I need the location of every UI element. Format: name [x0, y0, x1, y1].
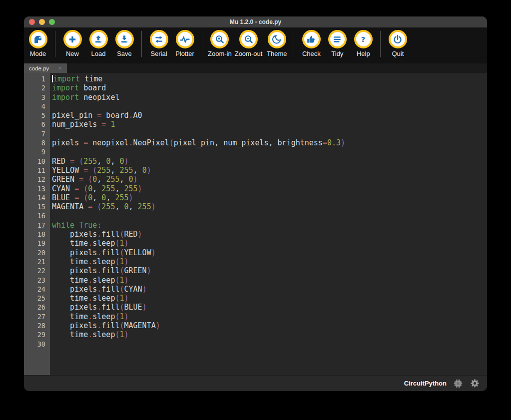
- code-line: [52, 340, 487, 349]
- toolbar-button-label: Help: [357, 50, 370, 57]
- line-number: 15: [24, 202, 50, 211]
- line-number-gutter: 1234567891011121314151617181920212223242…: [24, 73, 50, 375]
- toolbar-button-label: Mode: [30, 50, 46, 57]
- toolbar-button-label: New: [66, 50, 79, 57]
- line-number: 13: [24, 184, 50, 193]
- line-number: 27: [24, 312, 50, 321]
- code-line: [52, 129, 487, 138]
- toolbar-separator: [380, 31, 381, 57]
- code-line: pixels.fill(GREEN): [52, 266, 487, 275]
- status-bar: CircuitPython: [24, 375, 487, 391]
- zoom-button[interactable]: [49, 19, 55, 25]
- code-line: num_pixels = 1: [52, 120, 487, 129]
- download-icon: [115, 30, 134, 48]
- toolbar-button-label: Save: [117, 50, 132, 57]
- line-number: 8: [24, 138, 50, 147]
- line-number: 25: [24, 294, 50, 303]
- toolbar-button-label: Theme: [267, 50, 287, 57]
- svg-text:?: ?: [361, 34, 366, 43]
- new-button[interactable]: New: [59, 30, 85, 57]
- line-number: 16: [24, 211, 50, 220]
- plotter-button[interactable]: Plotter: [172, 30, 198, 57]
- line-number: 18: [24, 230, 50, 239]
- window-title: Mu 1.2.0 - code.py: [230, 18, 281, 25]
- line-number: 10: [24, 157, 50, 166]
- thumbs-up-icon: [302, 30, 321, 48]
- toolbar-separator: [55, 31, 55, 57]
- theme-button[interactable]: Theme: [264, 30, 290, 57]
- editor-pane: 1234567891011121314151617181920212223242…: [24, 73, 487, 375]
- toolbar-button-label: Check: [302, 50, 321, 57]
- toolbar-button-label: Zoom-in: [208, 50, 232, 57]
- line-number: 2: [24, 83, 50, 92]
- code-line: time.sleep(1): [52, 257, 487, 266]
- line-number: 6: [24, 120, 50, 129]
- toolbar: ModeNewLoadSaveSerialPlotterZoom-inZoom-…: [24, 27, 487, 63]
- tab-code-py[interactable]: code.py ×: [24, 63, 67, 73]
- code-line: [52, 147, 487, 156]
- code-line: import board: [52, 83, 487, 92]
- plus-icon: [63, 30, 82, 48]
- toolbar-button-label: Zoom-out: [235, 50, 263, 57]
- line-number: 30: [24, 340, 50, 349]
- quit-button[interactable]: Quit: [385, 30, 411, 57]
- code-line: pixels.fill(BLUE): [52, 303, 487, 312]
- serial-button[interactable]: Serial: [146, 30, 172, 57]
- line-number: 7: [24, 129, 50, 138]
- help-button[interactable]: ?Help: [350, 30, 376, 57]
- lines-icon: [328, 30, 347, 48]
- toolbar-separator: [141, 31, 142, 57]
- waveform-icon: [176, 30, 194, 48]
- code-line: import time: [52, 74, 487, 83]
- code-line: while True:: [52, 221, 487, 230]
- microchip-icon[interactable]: [453, 379, 463, 389]
- mode-status-label: CircuitPython: [404, 380, 447, 387]
- code-line: CYAN = (0, 255, 255): [52, 184, 487, 193]
- code-line: [52, 102, 487, 111]
- mode-button[interactable]: Mode: [25, 30, 51, 57]
- line-number: 22: [24, 266, 50, 275]
- zoom-out-button[interactable]: Zoom-out: [233, 30, 264, 57]
- line-number: 26: [24, 303, 50, 312]
- close-button[interactable]: [29, 19, 35, 25]
- code-line: RED = (255, 0, 0): [52, 157, 487, 166]
- line-number: 23: [24, 276, 50, 285]
- tidy-button[interactable]: Tidy: [324, 30, 350, 57]
- line-number: 20: [24, 248, 50, 257]
- traffic-lights: [29, 16, 55, 27]
- line-number: 29: [24, 330, 50, 339]
- code-line: [52, 211, 487, 220]
- gear-icon[interactable]: [470, 378, 480, 389]
- load-button[interactable]: Load: [85, 30, 111, 57]
- line-number: 1: [24, 74, 50, 83]
- line-number: 28: [24, 321, 50, 330]
- toolbar-button-label: Serial: [150, 50, 167, 57]
- check-button[interactable]: Check: [298, 30, 324, 57]
- title-bar: Mu 1.2.0 - code.py: [24, 16, 487, 27]
- line-number: 11: [24, 166, 50, 175]
- toolbar-separator: [202, 31, 202, 57]
- toolbar-button-label: Plotter: [175, 50, 194, 57]
- magnifier-minus-icon: [239, 30, 258, 48]
- code-line: MAGENTA = (255, 0, 255): [52, 202, 487, 211]
- line-number: 19: [24, 239, 50, 248]
- mu-window: Mu 1.2.0 - code.py ModeNewLoadSaveSerial…: [24, 16, 487, 391]
- line-number: 12: [24, 175, 50, 184]
- line-number: 17: [24, 221, 50, 230]
- toolbar-button-label: Quit: [392, 50, 404, 57]
- code-line: time.sleep(1): [52, 276, 487, 285]
- code-line: GREEN = (0, 255, 0): [52, 175, 487, 184]
- code-editor[interactable]: import timeimport boardimport neopixelpi…: [50, 73, 487, 375]
- line-number: 9: [24, 147, 50, 156]
- code-line: YELLOW = (255, 255, 0): [52, 166, 487, 175]
- minimize-button[interactable]: [39, 19, 45, 25]
- code-line: time.sleep(1): [52, 312, 487, 321]
- toolbar-button-label: Load: [91, 50, 106, 57]
- save-button[interactable]: Save: [111, 30, 137, 57]
- zoom-in-button[interactable]: Zoom-in: [206, 30, 233, 57]
- code-line: import neopixel: [52, 93, 487, 102]
- tab-close-icon[interactable]: ×: [58, 65, 62, 71]
- line-number: 24: [24, 285, 50, 294]
- code-line: pixels.fill(MAGENTA): [52, 321, 487, 330]
- moon-icon: [268, 30, 286, 48]
